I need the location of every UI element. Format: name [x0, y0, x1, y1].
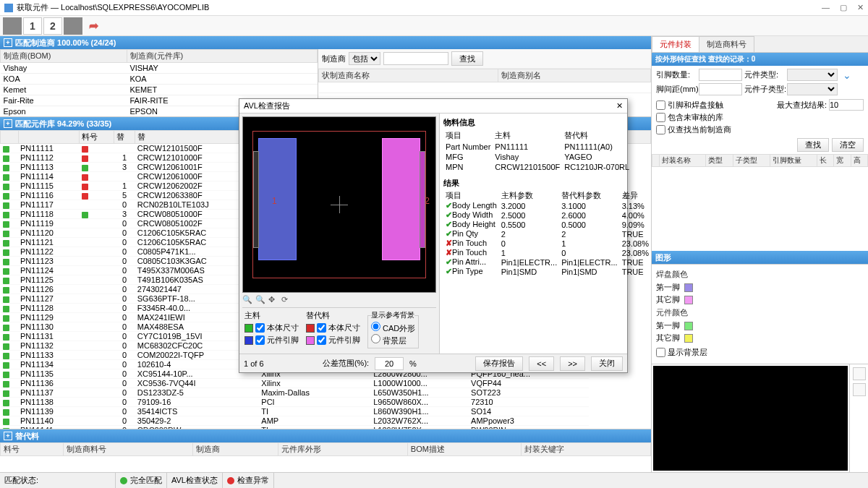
page-indicator: 1 of 6: [244, 359, 264, 368]
table-row[interactable]: PN11139035414ICTSTIL860W390H1...SO14: [1, 407, 651, 416]
prev-button[interactable]: <<: [529, 356, 554, 371]
swatch-comp-first: [684, 322, 693, 330]
app-icon: [4, 4, 13, 12]
exit-icon[interactable]: ➦: [84, 17, 103, 35]
chk-current-mfg[interactable]: [656, 125, 665, 134]
zoom-fit-icon[interactable]: [853, 367, 866, 380]
pitch-input[interactable]: [699, 83, 742, 95]
titlebar: 获取元件 — Localhost\SQLEXPRESS6\AYOCOMPLIB …: [0, 0, 868, 16]
chk-main-pins[interactable]: [255, 335, 265, 345]
table-row[interactable]: PN111400350429-2AMPL2032W762X...AMPpower…: [1, 416, 651, 426]
chk-unapproved[interactable]: [656, 113, 665, 122]
crosshair-icon: [331, 196, 348, 213]
table-row[interactable]: PN111370DS1233DZ-5Maxim-DallasL650W350H1…: [1, 388, 651, 398]
preview-viewport[interactable]: [653, 366, 848, 471]
chk-alt-pins[interactable]: [317, 335, 326, 345]
filter-search-button[interactable]: 查找: [451, 51, 483, 66]
radio-bg[interactable]: [371, 334, 380, 343]
swatch-comp-other: [684, 334, 693, 343]
match-dot-icon: [120, 477, 127, 484]
search-button[interactable]: 查找: [797, 138, 829, 152]
search-form: 引脚数量: 元件类型: ⌄ 脚间距(mm): 元件子类型:: [652, 66, 868, 98]
right-panel: 元件封装 制造商料号 按外形特征查找 查找的记录：0 引脚数量: 元件类型: ⌄…: [651, 36, 868, 472]
tolerance-input[interactable]: [375, 357, 404, 370]
compare-viewport[interactable]: 1 2: [242, 116, 436, 293]
maximize-icon[interactable]: ▢: [840, 3, 847, 12]
search-header: 按外形特征查找 查找的记录：0: [652, 53, 868, 66]
save-report-button[interactable]: 保存报告: [475, 356, 523, 371]
result-table: 项目主料参数替代料参数差异✔Body Length3.20003.10003.1…: [443, 190, 651, 276]
refresh-icon[interactable]: [853, 383, 866, 396]
avl-report-dialog: AVL检查报告✕ 1 2 🔍 🔍 ✥ ⟳ 主料 本体尺寸 元件引: [239, 98, 628, 373]
graph-header: 图形: [652, 251, 868, 264]
tab-mfgpn[interactable]: 制造商料号: [699, 36, 754, 52]
close-icon[interactable]: ✕: [857, 3, 864, 12]
material-info-table: 项目主料替代料Part NumberPN11111PN11111(A0)MFGV…: [443, 129, 631, 172]
dialog-close-icon[interactable]: ✕: [616, 101, 623, 111]
filter-mode-select[interactable]: 包括: [349, 52, 380, 65]
chk-show-bg[interactable]: [656, 348, 665, 357]
alt-component-shape: [382, 138, 420, 260]
main-component-shape: [258, 138, 297, 260]
tool-1-button[interactable]: 1: [23, 17, 42, 35]
reload-icon[interactable]: ⟳: [281, 295, 292, 305]
chk-pin-touch[interactable]: [656, 100, 665, 110]
max-results-input[interactable]: [829, 99, 864, 111]
sub-header: +替代料: [0, 429, 651, 442]
close-button[interactable]: 关闭: [591, 356, 623, 371]
subtype-select[interactable]: [787, 83, 838, 95]
filter-text-input[interactable]: [383, 52, 448, 65]
zoom-in-icon[interactable]: 🔍: [242, 295, 252, 305]
minimize-icon[interactable]: —: [822, 3, 830, 12]
legend-section: 焊盘颜色 第一脚 其它脚 元件颜色 第一脚 其它脚 显示背景层: [652, 264, 868, 364]
pan-icon[interactable]: ✥: [268, 295, 278, 305]
chevron-down-icon[interactable]: ⌄: [840, 69, 854, 81]
tool-blank-button[interactable]: [3, 17, 22, 35]
table-row[interactable]: PN11138079109-16PCIL9650W860X...72310: [1, 398, 651, 407]
toolbar: 1 2 ➦: [0, 16, 868, 36]
swatch-pad-first: [684, 283, 693, 292]
tool-2-button[interactable]: 2: [43, 17, 62, 35]
chk-main-body[interactable]: [255, 323, 265, 333]
chk-alt-body[interactable]: [317, 323, 326, 333]
bg-radio-group: 显示参考背景 CAD外形 背景层: [367, 310, 419, 348]
zoom-out-icon[interactable]: 🔍: [255, 295, 265, 305]
window-title: 获取元件 — Localhost\SQLEXPRESS6\AYOCOMPLIB: [17, 2, 209, 13]
clear-button[interactable]: 清空: [832, 138, 864, 152]
next-button[interactable]: >>: [560, 356, 585, 371]
dialog-title: AVL检查报告: [244, 100, 290, 111]
radio-cad[interactable]: [371, 322, 380, 331]
pins-input[interactable]: [699, 69, 742, 81]
mfg-header: +匹配制造商 100.00% (24/24): [0, 36, 651, 49]
swatch-pad-other: [684, 296, 693, 304]
mfg-filter: 制造商 包括 查找: [318, 49, 651, 69]
table-row[interactable]: PN111360XC9536-7VQ44IXilinxL1000W1000...…: [1, 379, 651, 388]
tab-package[interactable]: 元件封装: [652, 36, 699, 52]
statusbar: 匹配状态: 完全匹配 AVL检查状态 检查异常: [0, 472, 868, 488]
avl-dot-icon: [227, 477, 234, 484]
type-select[interactable]: [787, 69, 838, 81]
tool-blank2-button[interactable]: [64, 17, 82, 35]
